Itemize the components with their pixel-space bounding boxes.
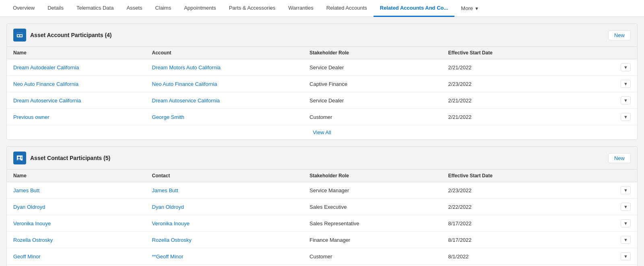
col-header-date-contacts: Effective Start Date <box>442 170 581 182</box>
contact-participant-date-0: 2/23/2022 <box>442 182 581 199</box>
account-participant-role-2: Service Dealer <box>303 92 442 109</box>
asset-account-participants-card: Asset Account Participants (4) New Name … <box>6 23 638 140</box>
contact-row-dropdown-4[interactable]: ▼ <box>621 252 631 260</box>
contact-participant-name-0[interactable]: James Butt <box>7 182 146 199</box>
contact-participant-name-4[interactable]: Geoff Minor <box>7 248 146 265</box>
col-header-action-contacts <box>580 170 637 182</box>
tab-appointments[interactable]: Appointments <box>178 0 223 17</box>
tab-telematics-data[interactable]: Telematics Data <box>70 0 120 17</box>
contact-participant-action-3: ▼ <box>580 232 637 248</box>
account-participant-name-1[interactable]: Neo Auto Finance California <box>7 76 146 92</box>
table-row: Dream Autodealer California Dream Motors… <box>7 59 637 76</box>
contact-participant-date-2: 8/17/2022 <box>442 215 581 232</box>
asset-account-icon <box>13 29 26 42</box>
contact-participant-contact-2[interactable]: Veronika Inouye <box>146 215 303 232</box>
contact-row-dropdown-0[interactable]: ▼ <box>621 186 631 194</box>
tab-claims[interactable]: Claims <box>149 0 178 17</box>
asset-contact-participants-header: Asset Contact Participants (5) New <box>7 147 637 170</box>
table-row: James Butt James Butt Service Manager 2/… <box>7 182 637 199</box>
contact-participant-date-3: 8/17/2022 <box>442 232 581 248</box>
tab-parts---accessories[interactable]: Parts & Accessories <box>223 0 282 17</box>
table-row: Dream Autoservice California Dream Autos… <box>7 92 637 109</box>
asset-contact-table: Name Contact Stakeholder Role Effective … <box>7 170 637 266</box>
contact-participant-role-2: Sales Representative <box>303 215 442 232</box>
tab-overview[interactable]: Overview <box>6 0 41 17</box>
contact-participant-date-4: 8/1/2022 <box>442 248 581 265</box>
account-row-dropdown-1[interactable]: ▼ <box>621 80 631 88</box>
col-header-name-accounts: Name <box>7 47 146 59</box>
tab-warranties[interactable]: Warranties <box>282 0 320 17</box>
contact-participant-role-0: Service Manager <box>303 182 442 199</box>
account-participant-date-3: 2/21/2022 <box>442 109 581 125</box>
tab-related-accounts[interactable]: Related Accounts <box>320 0 374 17</box>
account-participant-name-0[interactable]: Dream Autodealer California <box>7 59 146 76</box>
contact-participant-date-1: 2/22/2022 <box>442 199 581 215</box>
col-header-date-accounts: Effective Start Date <box>442 47 581 59</box>
tab-assets[interactable]: Assets <box>120 0 149 17</box>
account-participant-name-3[interactable]: Previous owner <box>7 109 146 125</box>
contact-participant-role-4: Customer <box>303 248 442 265</box>
account-participant-account-0[interactable]: Dream Motors Auto California <box>146 59 303 76</box>
contact-participant-name-1[interactable]: Dyan Oldroyd <box>7 199 146 215</box>
account-participant-account-3[interactable]: George Smith <box>146 109 303 125</box>
table-row: Geoff Minor **Geoff Minor Customer 8/1/2… <box>7 248 637 265</box>
table-row: Rozella Ostrosky Rozella Ostrosky Financ… <box>7 232 637 248</box>
account-participant-account-2[interactable]: Dream Autoservice California <box>146 92 303 109</box>
contact-participant-action-2: ▼ <box>580 215 637 232</box>
asset-account-participants-header: Asset Account Participants (4) New <box>7 24 637 47</box>
account-participant-action-0: ▼ <box>580 59 637 76</box>
asset-contact-participants-card: Asset Contact Participants (5) New Name … <box>6 146 638 266</box>
table-row: Dyan Oldroyd Dyan Oldroyd Sales Executiv… <box>7 199 637 215</box>
section-title-area-contacts: Asset Contact Participants (5) <box>13 152 110 164</box>
col-header-account: Account <box>146 47 303 59</box>
account-participant-date-1: 2/23/2022 <box>442 76 581 92</box>
asset-contact-new-button[interactable]: New <box>608 153 631 163</box>
table-row: Previous owner George Smith Customer 2/2… <box>7 109 637 125</box>
contact-participant-contact-3[interactable]: Rozella Ostrosky <box>146 232 303 248</box>
tab-more-label: More <box>461 5 473 11</box>
col-header-contact: Contact <box>146 170 303 182</box>
contact-participant-name-3[interactable]: Rozella Ostrosky <box>7 232 146 248</box>
contact-participant-contact-0[interactable]: James Butt <box>146 182 303 199</box>
asset-contact-table-header-row: Name Contact Stakeholder Role Effective … <box>7 170 637 182</box>
tab-more[interactable]: More▼ <box>454 0 485 16</box>
asset-account-table: Name Account Stakeholder Role Effective … <box>7 47 637 139</box>
asset-account-participants-title: Asset Account Participants (4) <box>30 32 112 38</box>
contact-row-dropdown-2[interactable]: ▼ <box>621 219 631 227</box>
tab-details[interactable]: Details <box>41 0 70 17</box>
account-participant-role-1: Captive Finance <box>303 76 442 92</box>
contact-participant-action-4: ▼ <box>580 248 637 265</box>
account-view-all-link[interactable]: View All <box>313 129 331 135</box>
account-participant-role-3: Customer <box>303 109 442 125</box>
contact-row-dropdown-1[interactable]: ▼ <box>621 203 631 211</box>
account-participant-date-2: 2/21/2022 <box>442 92 581 109</box>
contact-participant-contact-1[interactable]: Dyan Oldroyd <box>146 199 303 215</box>
account-participant-action-2: ▼ <box>580 92 637 109</box>
svg-rect-7 <box>21 158 23 158</box>
table-row: Veronika Inouye Veronika Inouye Sales Re… <box>7 215 637 232</box>
contact-row-dropdown-3[interactable]: ▼ <box>621 236 631 244</box>
asset-contact-participants-title: Asset Contact Participants (5) <box>30 155 110 161</box>
account-participant-account-1[interactable]: Neo Auto Finance California <box>146 76 303 92</box>
tab-navigation: OverviewDetailsTelematics DataAssetsClai… <box>0 0 644 17</box>
svg-rect-1 <box>17 33 23 35</box>
account-row-dropdown-2[interactable]: ▼ <box>621 96 631 104</box>
contact-participant-name-2[interactable]: Veronika Inouye <box>7 215 146 232</box>
table-row: Neo Auto Finance California Neo Auto Fin… <box>7 76 637 92</box>
chevron-down-icon: ▼ <box>475 6 479 11</box>
contact-view-all-row: View All <box>7 265 637 266</box>
asset-account-new-button[interactable]: New <box>608 30 631 40</box>
contact-participant-contact-4[interactable]: **Geoff Minor <box>146 248 303 265</box>
account-participant-name-2[interactable]: Dream Autoservice California <box>7 92 146 109</box>
account-row-dropdown-3[interactable]: ▼ <box>621 113 631 121</box>
asset-contact-icon <box>13 152 26 164</box>
account-row-dropdown-0[interactable]: ▼ <box>621 63 631 71</box>
account-participant-action-1: ▼ <box>580 76 637 92</box>
col-header-name-contacts: Name <box>7 170 146 182</box>
contact-participant-action-0: ▼ <box>580 182 637 199</box>
col-header-role-contacts: Stakeholder Role <box>303 170 442 182</box>
asset-account-table-header-row: Name Account Stakeholder Role Effective … <box>7 47 637 59</box>
section-title-area-accounts: Asset Account Participants (4) <box>13 29 112 42</box>
tab-related-accounts-and-co---[interactable]: Related Accounts And Co... <box>374 0 455 17</box>
account-participant-action-3: ▼ <box>580 109 637 125</box>
